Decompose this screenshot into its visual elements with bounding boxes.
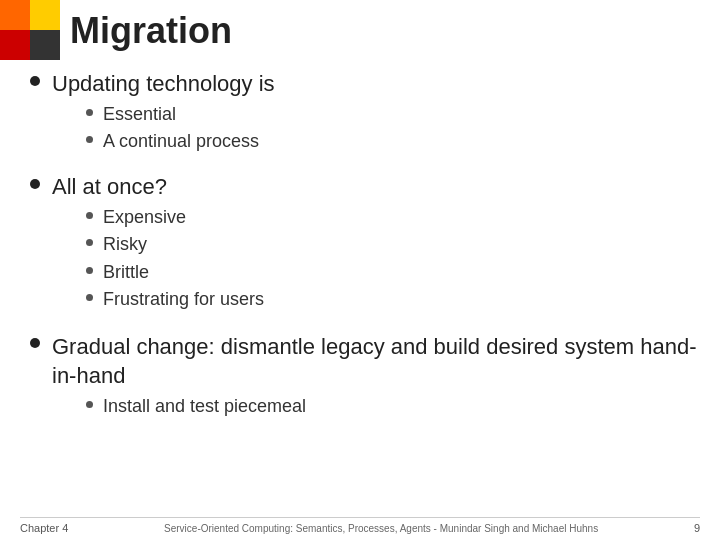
bullet-1-text: Updating technology is xyxy=(52,70,275,99)
sub-dot-1-1 xyxy=(86,109,93,116)
sub-text-3-1: Install and test piecemeal xyxy=(103,395,306,418)
accent-yellow xyxy=(30,0,60,30)
bullet-1-subitems: Essential A continual process xyxy=(86,103,275,154)
bullet-2-subitems: Expensive Risky Brittle Frustrating for … xyxy=(86,206,264,312)
footer-chapter: Chapter 4 xyxy=(20,522,68,534)
bullet-1: Updating technology is Essential A conti… xyxy=(30,70,700,159)
accent-dark xyxy=(30,30,60,60)
bullet-3: Gradual change: dismantle legacy and bui… xyxy=(30,332,700,425)
sub-dot-2-2 xyxy=(86,239,93,246)
content-area: Updating technology is Essential A conti… xyxy=(30,70,700,500)
sub-dot-2-3 xyxy=(86,267,93,274)
bullet-2-text: All at once? xyxy=(52,173,264,202)
sub-text-2-2: Risky xyxy=(103,233,147,256)
sub-bullet-1-2: A continual process xyxy=(86,130,275,153)
sub-bullet-3-1: Install and test piecemeal xyxy=(86,395,700,418)
footer-page: 9 xyxy=(694,522,700,534)
accent-logo xyxy=(0,0,60,60)
sub-text-2-4: Frustrating for users xyxy=(103,288,264,311)
sub-dot-2-4 xyxy=(86,294,93,301)
sub-text-1-1: Essential xyxy=(103,103,176,126)
bullet-dot-2 xyxy=(30,179,40,189)
sub-bullet-2-3: Brittle xyxy=(86,261,264,284)
sub-bullet-1-1: Essential xyxy=(86,103,275,126)
sub-bullet-2-1: Expensive xyxy=(86,206,264,229)
bullet-3-text: Gradual change: dismantle legacy and bui… xyxy=(52,332,700,391)
sub-text-2-3: Brittle xyxy=(103,261,149,284)
bullet-3-subitems: Install and test piecemeal xyxy=(86,395,700,418)
bullet-2: All at once? Expensive Risky Brittle Fru… xyxy=(30,173,700,317)
sub-bullet-2-2: Risky xyxy=(86,233,264,256)
page-title: Migration xyxy=(70,10,232,52)
bullet-dot-1 xyxy=(30,76,40,86)
sub-dot-1-2 xyxy=(86,136,93,143)
accent-orange xyxy=(0,0,30,30)
sub-dot-2-1 xyxy=(86,212,93,219)
bullet-dot-3 xyxy=(30,338,40,348)
sub-dot-3-1 xyxy=(86,401,93,408)
sub-text-1-2: A continual process xyxy=(103,130,259,153)
accent-red xyxy=(0,30,30,60)
footer: Chapter 4 Service-Oriented Computing: Se… xyxy=(20,517,700,534)
footer-citation: Service-Oriented Computing: Semantics, P… xyxy=(78,523,684,534)
sub-bullet-2-4: Frustrating for users xyxy=(86,288,264,311)
sub-text-2-1: Expensive xyxy=(103,206,186,229)
